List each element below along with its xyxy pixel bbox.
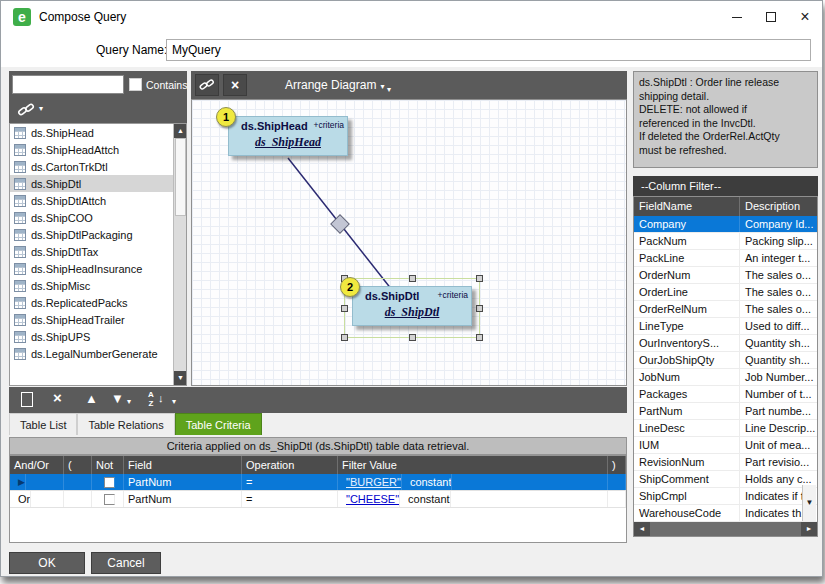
table-list-item[interactable]: ds.LegalNumberGenerate <box>10 345 186 362</box>
query-name-input[interactable] <box>166 39 811 61</box>
criteria-row[interactable]: ▶PartNum="BURGER"constant <box>10 474 626 491</box>
selection-handle[interactable] <box>341 305 348 312</box>
table-list-item[interactable]: ds.ShipDtlPackaging <box>10 226 186 243</box>
not-checkbox[interactable] <box>104 477 115 488</box>
criteria-column-header: ) <box>608 456 626 474</box>
table-list-item[interactable]: ds.ShipHead <box>10 124 186 141</box>
table-list-item[interactable]: ds.ShipHeadInsurance <box>10 260 186 277</box>
field-row[interactable]: RevisionNumPart revisio... <box>634 454 817 471</box>
contains-checkbox[interactable] <box>129 78 142 91</box>
field-row[interactable]: ShipCommentHolds any c... <box>634 471 817 488</box>
field-row[interactable]: IUMUnit of mea... <box>634 437 817 454</box>
table-filter-input[interactable] <box>12 75 124 94</box>
table-grid-icon <box>14 161 26 173</box>
link-dropdown-caret-icon[interactable]: ▾ <box>39 104 43 113</box>
filter-value-link[interactable]: "BURGER" <box>342 474 402 490</box>
sort-dropdown-caret-icon[interactable]: ▾ <box>172 397 176 406</box>
field-row[interactable]: JobNumJob Number... <box>634 369 817 386</box>
ok-button[interactable]: OK <box>9 552 85 574</box>
diagram-node-shiphead[interactable]: 1 ds.ShipHead +criteria ds_ShipHead <box>228 116 348 156</box>
link-tables-icon[interactable] <box>17 101 35 119</box>
delete-node-button[interactable]: × <box>223 74 247 96</box>
description-column-header[interactable]: Description <box>740 197 817 216</box>
field-row[interactable]: ShipCmplIndicates if t... <box>634 488 817 505</box>
field-row[interactable]: OurInventoryS...Quantity sh... <box>634 335 817 352</box>
scroll-left-icon[interactable]: ◄ <box>634 522 650 536</box>
diagram-node-shipdtl[interactable]: 2 ds.ShipDtl +criteria ds_ShipDtl <box>352 286 472 326</box>
scroll-up-icon[interactable]: ▲ <box>174 124 187 138</box>
fields-grid: FieldName Description CompanyCompany Id.… <box>633 196 818 537</box>
node-criteria-link[interactable]: +criteria <box>314 120 344 130</box>
selection-handle[interactable] <box>476 305 483 312</box>
table-list-item[interactable]: ds.ShipHeadAttch <box>10 141 186 158</box>
move-up-icon[interactable]: ▲ <box>85 391 98 406</box>
field-cell[interactable]: PartNum <box>124 474 242 490</box>
fields-scroll-down-icon[interactable]: ▼ <box>802 485 816 521</box>
selection-handle[interactable] <box>409 275 416 282</box>
close-paren-cell <box>608 491 626 507</box>
field-row[interactable]: OrderRelNumThe sales o... <box>634 301 817 318</box>
operation-cell[interactable]: = <box>242 491 338 507</box>
table-list-item[interactable]: ds.ShipUPS <box>10 328 186 345</box>
field-row[interactable]: PackNumPacking slip... <box>634 233 817 250</box>
node-alias: ds_ShipHead <box>229 133 347 155</box>
add-relation-button[interactable] <box>195 74 219 96</box>
table-list-scrollbar[interactable]: ▲ ▼ <box>173 124 186 385</box>
scrollbar-thumb[interactable] <box>650 522 801 536</box>
field-row[interactable]: WarehouseCodeIndicates th... <box>634 505 817 522</box>
maximize-button[interactable] <box>754 1 788 33</box>
node-criteria-link[interactable]: +criteria <box>438 290 468 300</box>
table-list-item[interactable]: ds.ShipHeadTrailer <box>10 311 186 328</box>
table-list-item[interactable]: ds.ShipDtl <box>10 175 186 192</box>
column-filter-dropdown[interactable]: --Column Filter-- <box>633 176 818 196</box>
table-list-item[interactable]: ds.CartonTrkDtl <box>10 158 186 175</box>
app-logo-icon: e <box>13 8 31 26</box>
table-grid-icon <box>14 178 26 190</box>
criteria-row[interactable]: OrPartNum="CHEESE"constant <box>10 491 626 508</box>
selection-handle[interactable] <box>476 275 483 282</box>
field-row[interactable]: PackagesNumber of t... <box>634 386 817 403</box>
field-row[interactable]: OurJobShipQtyQuantity sh... <box>634 352 817 369</box>
tab-table-list[interactable]: Table List <box>9 413 77 435</box>
field-cell[interactable]: PartNum <box>124 491 242 507</box>
scroll-right-icon[interactable]: ► <box>801 522 817 536</box>
table-list-item[interactable]: ds.ShipCOO <box>10 209 186 226</box>
delete-row-icon[interactable]: × <box>53 389 62 406</box>
field-row[interactable]: LineTypeUsed to diff... <box>634 318 817 335</box>
cancel-button[interactable]: Cancel <box>91 552 161 574</box>
close-button[interactable]: × <box>788 1 822 33</box>
field-row[interactable]: OrderNumThe sales o... <box>634 267 817 284</box>
relation-diamond-icon <box>331 215 349 233</box>
table-list-item[interactable]: ds.ShipDtlTax <box>10 243 186 260</box>
table-list-item[interactable]: ds.ReplicatedPacks <box>10 294 186 311</box>
field-row[interactable]: CompanyCompany Id... <box>634 216 817 233</box>
arrange-diagram-dropdown[interactable]: Arrange Diagram▾ <box>285 78 384 92</box>
scroll-down-icon[interactable]: ▼ <box>174 371 187 385</box>
tab-table-criteria[interactable]: Table Criteria <box>175 413 262 435</box>
sort-az-icon[interactable]: AZ <box>145 390 157 408</box>
toolbar-overflow-caret-icon[interactable]: ▾ <box>387 85 391 94</box>
not-checkbox[interactable] <box>104 494 115 505</box>
table-list-item[interactable]: ds.ShipMisc <box>10 277 186 294</box>
fields-horizontal-scrollbar[interactable]: ◄ ► <box>634 522 817 536</box>
minimize-button[interactable] <box>720 1 754 33</box>
selection-handle[interactable] <box>341 334 348 341</box>
tab-table-relations[interactable]: Table Relations <box>77 413 174 435</box>
diagram-canvas[interactable]: 1 ds.ShipHead +criteria ds_ShipHead 2 <box>191 99 627 386</box>
field-description: Part numbe... <box>740 403 817 419</box>
filter-value-link[interactable]: "CHEESE" <box>342 491 400 507</box>
selection-handle[interactable] <box>409 334 416 341</box>
field-row[interactable]: LineDescLine Descrip... <box>634 420 817 437</box>
move-down-icon[interactable]: ▼ <box>111 391 124 406</box>
field-row[interactable]: PackLineAn integer t... <box>634 250 817 267</box>
field-name: LineDesc <box>634 420 740 436</box>
field-row[interactable]: OrderLineThe sales o... <box>634 284 817 301</box>
table-list-item[interactable]: ds.ShipDtlAttch <box>10 192 186 209</box>
selection-handle[interactable] <box>476 334 483 341</box>
move-dropdown-caret-icon[interactable]: ▾ <box>127 397 131 406</box>
operation-cell[interactable]: = <box>242 474 338 490</box>
scrollbar-thumb[interactable] <box>175 138 186 216</box>
fieldname-column-header[interactable]: FieldName <box>634 197 740 216</box>
new-row-icon[interactable] <box>21 392 33 407</box>
field-row[interactable]: PartNumPart numbe... <box>634 403 817 420</box>
